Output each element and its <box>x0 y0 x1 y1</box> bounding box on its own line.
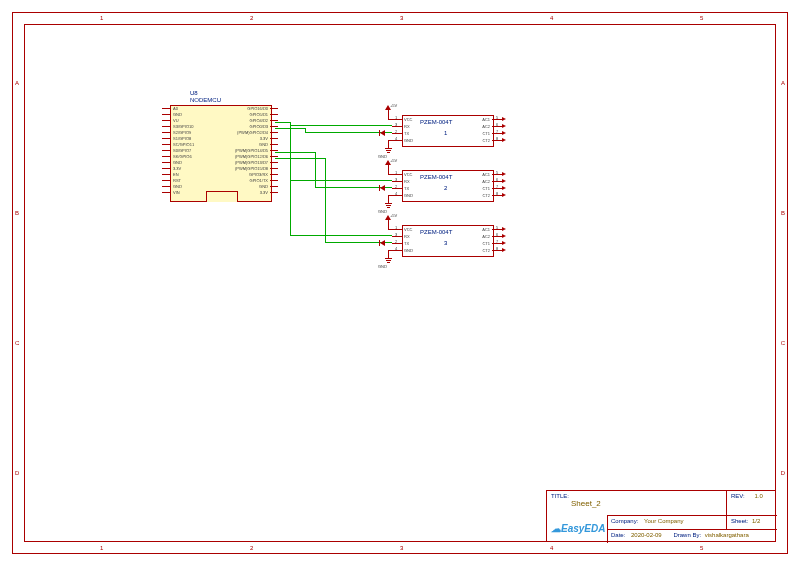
pzem-pin-num: 6 <box>496 122 498 127</box>
vcc-stub <box>388 164 389 174</box>
pzem-2-part: PZEM-004T <box>420 174 452 180</box>
ruler-row: A <box>781 80 785 86</box>
gnd-icon <box>387 207 390 208</box>
inner-frame <box>24 24 776 542</box>
mcu-pin-right: GPIO1/TX <box>250 178 268 183</box>
pin-stub <box>270 162 278 163</box>
mcu-pin-right: GPIO5/D1 <box>250 112 268 117</box>
pzem-pin-num: 5 <box>496 115 498 120</box>
pzem-pin-right: AC1 <box>482 117 490 122</box>
pzem-pin-right: CT1 <box>482 241 490 246</box>
ruler-col: 1 <box>100 15 103 21</box>
pin-stub <box>270 132 278 133</box>
pin-stub <box>162 168 170 169</box>
arrow-icon <box>502 117 506 121</box>
pin-stub <box>162 186 170 187</box>
ruler-col: 2 <box>250 545 253 551</box>
mcu-pin-left: VIN <box>173 190 180 195</box>
pin-stub <box>162 126 170 127</box>
pzem-pin-num: 5 <box>496 170 498 175</box>
wire <box>275 128 305 129</box>
mcu-pin-right: GPIO3/RX <box>249 172 268 177</box>
rev-value: 1.0 <box>754 493 762 499</box>
pin-stub <box>162 108 170 109</box>
pin-stub <box>162 150 170 151</box>
pin-stub <box>270 144 278 145</box>
mcu-pin-right: (PWM)GPIO12/D6 <box>235 154 268 159</box>
title-value: Sheet_2 <box>571 499 601 508</box>
wire <box>290 180 392 181</box>
gnd-label: GND <box>378 264 387 269</box>
gnd-icon <box>386 205 391 206</box>
pin-stub <box>162 138 170 139</box>
mcu-pin-left: 3.3V <box>173 166 181 171</box>
pzem-pin-right: CT2 <box>482 193 490 198</box>
pin-stub <box>162 174 170 175</box>
pin-stub <box>270 120 278 121</box>
pin-stub <box>162 132 170 133</box>
wire <box>290 122 291 235</box>
pin-stub <box>270 114 278 115</box>
company-value: Your Company <box>644 518 683 524</box>
pzem-pin-num: 1 <box>395 115 397 120</box>
arrow-icon <box>502 131 506 135</box>
diode-icon <box>380 185 385 191</box>
mcu-pin-right: (PWM)GPIO13/D7 <box>235 160 268 165</box>
easyeda-logo-icon: ☁EasyEDA <box>551 523 605 534</box>
pzem-pin-num: 7 <box>496 184 498 189</box>
diode-icon <box>380 240 385 246</box>
schematic-sheet: 1 2 3 4 5 1 2 3 4 5 A B C D A B C D U8 N… <box>0 0 800 566</box>
mcu-pin-left: RST <box>173 178 181 183</box>
divider <box>607 515 608 543</box>
pzem-pin-num: 2 <box>395 129 397 134</box>
pzem-1-part: PZEM-004T <box>420 119 452 125</box>
pzem-pin-num: 7 <box>496 239 498 244</box>
vcc-stub <box>388 109 389 119</box>
mcu-pin-left: S0/GPIO7 <box>173 148 191 153</box>
arrow-icon <box>502 193 506 197</box>
mcu-pin-right: (PWM)GPIO2/D4 <box>237 130 268 135</box>
pin-stub <box>162 144 170 145</box>
pzem-pin-left: VCC <box>404 172 412 177</box>
gnd-label: GND <box>378 154 387 159</box>
pin-stub <box>270 168 278 169</box>
pzem-pin-num: 4 <box>395 191 397 196</box>
title-block: TITLE: Sheet_2 REV: 1.0 Company: Your Co… <box>546 490 776 542</box>
ruler-col: 3 <box>400 545 403 551</box>
wire <box>290 125 392 126</box>
pzem-pin-num: 8 <box>496 246 498 251</box>
ruler-col: 5 <box>700 545 703 551</box>
pzem-pin-left: RX <box>404 234 410 239</box>
gnd-icon <box>385 203 392 204</box>
pzem-pin-num: 7 <box>496 129 498 134</box>
ruler-col: 4 <box>550 15 553 21</box>
pzem-pin-left: VCC <box>404 227 412 232</box>
gnd-icon <box>386 150 391 151</box>
usb-notch-icon <box>206 191 238 202</box>
ruler-row: D <box>781 470 785 476</box>
drawn-value: vishalkargathara <box>705 532 749 538</box>
arrow-icon <box>502 241 506 245</box>
sheet-label: Sheet: <box>731 518 748 524</box>
ruler-col: 1 <box>100 545 103 551</box>
mcu-pin-right: GPIO16/D0 <box>247 106 268 111</box>
mcu-pin-left: GND <box>173 112 182 117</box>
pzem-pin-num: 4 <box>395 246 397 251</box>
pzem-pin-left: TX <box>404 241 409 246</box>
pzem-pin-num: 2 <box>395 184 397 189</box>
pzem-pin-right: CT1 <box>482 131 490 136</box>
pzem-pin-left: TX <box>404 131 409 136</box>
pzem-pin-num: 5 <box>496 225 498 230</box>
pzem-pin-num: 2 <box>395 239 397 244</box>
mcu-pin-left: SK/GPIO6 <box>173 154 192 159</box>
arrow-icon <box>502 172 506 176</box>
ruler-col: 3 <box>400 15 403 21</box>
pzem-pin-num: 3 <box>395 232 397 237</box>
pzem-pin-left: VCC <box>404 117 412 122</box>
gnd-icon <box>386 260 391 261</box>
pzem-3-part: PZEM-004T <box>420 229 452 235</box>
arrow-icon <box>502 234 506 238</box>
pin-stub <box>162 192 170 193</box>
mcu-pin-left: VU <box>173 118 179 123</box>
rev-label: REV: <box>731 493 745 499</box>
